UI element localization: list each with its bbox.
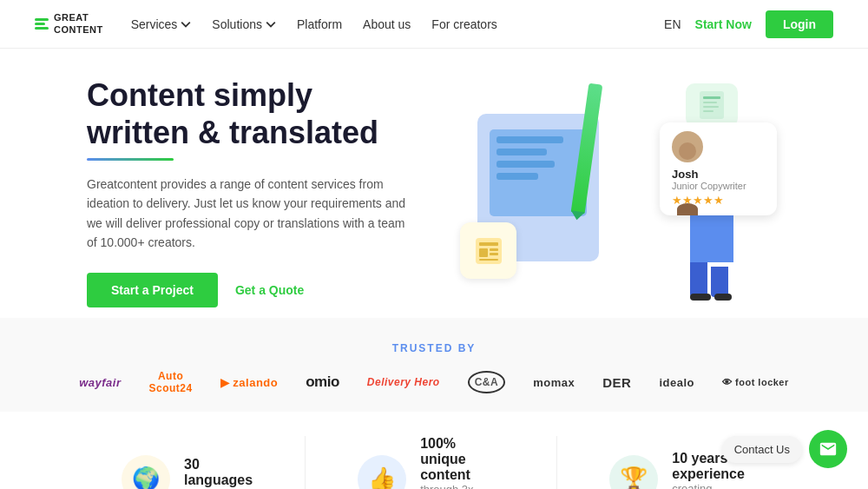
contact-float: Contact Us [722, 430, 847, 468]
stat-languages-icon: 🌍 [122, 455, 170, 490]
brand-idealo: idealo [659, 376, 694, 389]
document-icon [696, 89, 727, 121]
brand-footlocker: 👁 foot locker [722, 377, 789, 387]
hero-underline [87, 158, 174, 161]
stat-unique-number: 100% unique content [420, 436, 504, 483]
svg-rect-4 [703, 110, 713, 112]
brand-zalando: ▶ zalando [220, 376, 279, 389]
stat-experience-desc: creating quality content [672, 482, 746, 490]
svg-rect-6 [479, 242, 498, 246]
stat-languages: 🌍 30 languages and dialects [69, 436, 306, 489]
nav-solutions[interactable]: Solutions [212, 17, 276, 31]
trusted-logos: wayfair AutoScout24 ▶ zalando omio Deliv… [35, 370, 833, 394]
hero-illustration: Josh Junior Copywriter ★★★★★ [451, 79, 781, 305]
brand-momax: momax [533, 376, 575, 389]
josh-card: Josh Junior Copywriter ★★★★★ [660, 122, 777, 215]
svg-rect-8 [490, 248, 498, 251]
nav-links: Services Solutions Platform About us For… [131, 17, 497, 31]
svg-rect-7 [479, 248, 488, 257]
nav-creators[interactable]: For creators [431, 17, 496, 31]
newspaper-icon [473, 235, 504, 267]
nav-services[interactable]: Services [131, 17, 192, 31]
stat-experience-icon: 🏆 [609, 455, 658, 490]
josh-role: Junior Copywriter [672, 181, 765, 191]
hero-buttons: Start a Project Get a Quote [87, 273, 417, 307]
josh-name: Josh [672, 168, 765, 181]
josh-avatar [672, 131, 703, 162]
hero-section: Content simplywritten & translated Great… [0, 49, 868, 318]
logo[interactable]: GREAT CONTENT [35, 12, 103, 35]
svg-rect-3 [703, 106, 719, 108]
svg-rect-0 [700, 91, 724, 119]
svg-rect-10 [479, 259, 498, 261]
brand-wayfair: wayfair [79, 376, 121, 389]
stat-unique-icon: 👍 [358, 455, 406, 490]
email-icon [819, 439, 838, 459]
language-selector[interactable]: EN [664, 17, 681, 31]
start-project-button[interactable]: Start a Project [87, 273, 218, 307]
illus-container: Josh Junior Copywriter ★★★★★ [451, 79, 781, 305]
navbar: GREAT CONTENT Services Solutions Platfor… [0, 0, 868, 49]
trusted-section: TRUSTED BY wayfair AutoScout24 ▶ zalando… [0, 318, 868, 412]
start-now-button[interactable]: Start Now [695, 17, 752, 31]
contact-text: Contact Us [722, 436, 802, 463]
login-button[interactable]: Login [766, 10, 833, 38]
stat-languages-number: 30 languages [184, 457, 253, 488]
get-quote-link[interactable]: Get a Quote [235, 283, 304, 297]
svg-rect-9 [490, 253, 498, 255]
brand-delivery: Delivery Hero [367, 376, 440, 388]
nav-about[interactable]: About us [363, 17, 411, 31]
nav-left: GREAT CONTENT Services Solutions Platfor… [35, 12, 497, 35]
nav-platform[interactable]: Platform [297, 17, 342, 31]
brand-der: DER [602, 375, 631, 390]
stat-unique-desc: through 3x plagiarism checks [420, 483, 504, 489]
hero-description: Greatcontent provides a range of content… [87, 175, 417, 253]
svg-rect-1 [703, 96, 720, 99]
doc-card [460, 222, 516, 279]
stat-languages-info: 30 languages and dialects [184, 457, 253, 489]
hero-title: Content simplywritten & translated [87, 76, 417, 151]
nav-right: EN Start Now Login [664, 10, 833, 38]
contact-icon-button[interactable] [809, 430, 847, 468]
hero-content: Content simplywritten & translated Great… [87, 76, 417, 308]
trusted-label: TRUSTED BY [35, 342, 833, 354]
logo-icon [35, 18, 49, 30]
stat-unique-info: 100% unique content through 3x plagiaris… [420, 436, 504, 489]
svg-rect-2 [703, 102, 717, 103]
logo-text: GREAT CONTENT [54, 12, 103, 35]
brand-autoscout: AutoScout24 [149, 370, 193, 394]
top-content-card [686, 83, 738, 127]
stat-unique: 👍 100% unique content through 3x plagiar… [306, 436, 557, 489]
brand-ca: C&A [468, 371, 506, 393]
brand-omio: omio [306, 373, 339, 391]
